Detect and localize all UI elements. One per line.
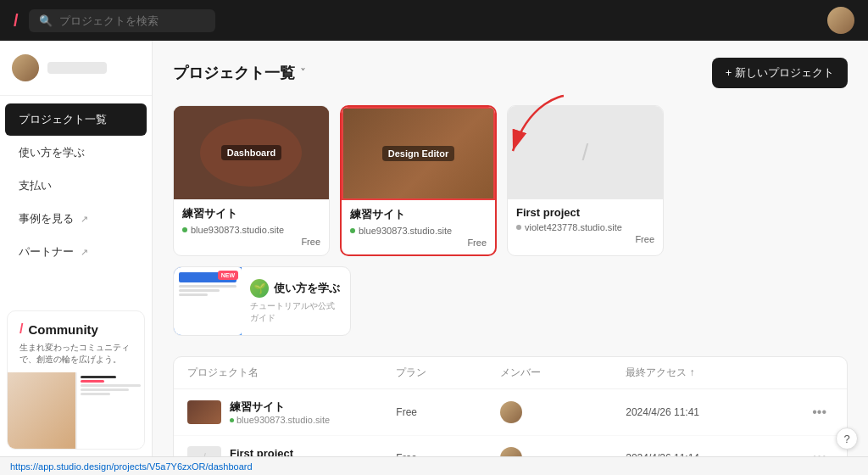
row-plan-2: Free (396, 452, 500, 456)
row-more-button-1[interactable]: ••• (805, 401, 833, 423)
row-date-2: 2024/4/26 11:14 (626, 452, 782, 456)
row-online-dot-1 (230, 418, 234, 422)
card-info-design-editor: 練習サイト blue930873.studio.site Free (342, 200, 495, 254)
topbar: / 🔍 (0, 0, 868, 41)
card-name-renshuu: 練習サイト (182, 206, 320, 221)
preview-line-3 (81, 393, 111, 395)
card-info-learn: 🌱 使い方を学ぶ チュートリアルや公式ガイド (242, 272, 350, 331)
row-name-cell-2: / First project violet423778.studio.site (187, 446, 396, 456)
col-date-header[interactable]: 最終アクセス ↑ (626, 366, 782, 380)
row-member-2 (500, 447, 626, 456)
offline-dot-first (516, 225, 521, 230)
project-card-learn[interactable]: NEW 🌱 使い方を学ぶ チュートリアルや公式ガイド (173, 266, 351, 336)
card-thumb-design-editor: Design Editor (342, 107, 495, 200)
plan-text-renshuu: Free (301, 237, 320, 247)
row-name-info-2: First project violet423778.studio.site (230, 447, 334, 457)
community-subtitle: 生まれ変わったコミュニティで、創造の輪を広げよう。 (8, 342, 144, 372)
search-box[interactable]: 🔍 (29, 9, 215, 32)
card-label-dashboard: Dashboard (221, 145, 281, 160)
member-avatar-2 (500, 447, 522, 456)
card-name-design-editor: 練習サイト (350, 207, 487, 222)
preview-line-1 (81, 384, 142, 387)
title-dropdown-icon[interactable]: ˅ (300, 66, 306, 80)
online-dot-renshuu (182, 227, 187, 232)
help-label: ? (843, 433, 849, 445)
preview-line-2 (81, 388, 129, 391)
content-area: プロジェクト一覧 ˅ + 新しいプロジェクト Dashboard 練習サイト b… (153, 41, 868, 456)
community-card-header: / Community (8, 311, 144, 342)
project-card-first[interactable]: / First project violet423778.studio.site… (507, 105, 664, 256)
preview-line-pink (81, 380, 105, 383)
project-card-design-editor[interactable]: Design Editor 練習サイト blue930873.studio.si… (340, 105, 497, 256)
row-url-text-1: blue930873.studio.site (236, 415, 330, 425)
card-url-design-editor: blue930873.studio.site (350, 226, 487, 236)
row-name-renshuu: 練習サイト (230, 400, 330, 415)
sidebar-item-partner[interactable]: パートナー ↗ (5, 236, 147, 268)
col-plan-header: プラン (396, 366, 500, 380)
card-thumb-learn: NEW (174, 267, 242, 335)
help-button[interactable]: ? (836, 428, 858, 450)
sidebar: プロジェクト一覧 使い方を学ぶ 支払い 事例を見る ↗ パートナー ↗ / Co… (0, 41, 153, 456)
external-link-icon: ↗ (81, 214, 88, 225)
sidebar-item-projects[interactable]: プロジェクト一覧 (5, 103, 147, 136)
sidebar-item-examples[interactable]: 事例を見る ↗ (5, 203, 147, 235)
card-info-renshuu: 練習サイト blue930873.studio.site Free (174, 199, 329, 254)
row-actions-2: ••• (782, 447, 833, 456)
project-card-renshuu[interactable]: Dashboard 練習サイト blue930873.studio.site F… (173, 105, 330, 256)
blank-slash-icon: / (582, 139, 589, 166)
logo-icon[interactable]: / (14, 11, 19, 31)
row-plan-1: Free (396, 406, 500, 418)
external-link-icon-2: ↗ (81, 247, 88, 258)
sidebar-username-placeholder (47, 62, 107, 74)
card-thumb-first: / (508, 106, 663, 199)
url-text-first: violet423778.studio.site (525, 222, 622, 232)
card-label-design-editor: Design Editor (382, 146, 455, 161)
row-name-info-1: 練習サイト blue930873.studio.site (230, 400, 330, 425)
table-row[interactable]: 練習サイト blue930873.studio.site Free 2024/4… (174, 389, 847, 436)
table-row[interactable]: / First project violet423778.studio.site… (174, 436, 847, 456)
sidebar-item-billing[interactable]: 支払い (5, 170, 147, 202)
online-dot-design-editor (350, 228, 355, 233)
card-url-renshuu: blue930873.studio.site (182, 225, 320, 235)
row-name-cell-1: 練習サイト blue930873.studio.site (187, 400, 396, 425)
project-cards-grid: Dashboard 練習サイト blue930873.studio.site F… (173, 105, 848, 336)
member-avatar-1 (500, 401, 522, 423)
col-date-label: 最終アクセス ↑ (626, 366, 694, 380)
new-project-button[interactable]: + 新しいプロジェクト (712, 58, 848, 88)
search-icon: 🔍 (39, 14, 53, 27)
plan-text-first: Free (635, 234, 654, 244)
statusbar: https://app.studio.design/projects/V5a7Y… (0, 456, 868, 475)
sidebar-item-learn[interactable]: 使い方を学ぶ (5, 137, 147, 169)
blank-thumb-slash: / (203, 451, 206, 456)
community-preview-left (8, 372, 75, 449)
learn-badge: NEW (218, 271, 238, 280)
row-url-renshuu: blue930873.studio.site (230, 415, 330, 425)
sidebar-item-learn-label: 使い方を学ぶ (19, 145, 85, 160)
row-actions-1: ••• (782, 401, 833, 423)
row-thumb-renshuu (187, 400, 221, 424)
search-input[interactable] (59, 14, 205, 27)
card-plan-renshuu: Free (182, 237, 320, 247)
community-title: Community (28, 322, 98, 337)
page-title: プロジェクト一覧 (173, 63, 295, 83)
row-more-button-2[interactable]: ••• (805, 447, 833, 456)
content-header: プロジェクト一覧 ˅ + 新しいプロジェクト (173, 58, 848, 88)
learn-monitor-graphic: NEW (174, 267, 242, 335)
preview-line-dark (81, 376, 117, 378)
community-preview (8, 372, 144, 449)
row-name-first: First project (230, 447, 334, 457)
community-card[interactable]: / Community 生まれ変わったコミュニティで、創造の輪を広げよう。 (7, 310, 145, 450)
row-thumb-first: / (187, 446, 221, 456)
sidebar-avatar (12, 54, 39, 81)
new-project-label: + 新しいプロジェクト (726, 65, 834, 81)
col-actions-header (782, 366, 833, 380)
community-preview-right (77, 372, 145, 449)
sidebar-item-examples-label: 事例を見る (19, 211, 74, 226)
user-avatar-top[interactable] (827, 7, 854, 34)
card-plan-design-editor: Free (350, 238, 487, 248)
card-plan-first: Free (516, 234, 654, 244)
row-member-1 (500, 401, 626, 423)
url-text-renshuu: blue930873.studio.site (191, 225, 284, 235)
card-url-first: violet423778.studio.site (516, 222, 654, 232)
sidebar-item-billing-label: 支払い (19, 178, 52, 193)
